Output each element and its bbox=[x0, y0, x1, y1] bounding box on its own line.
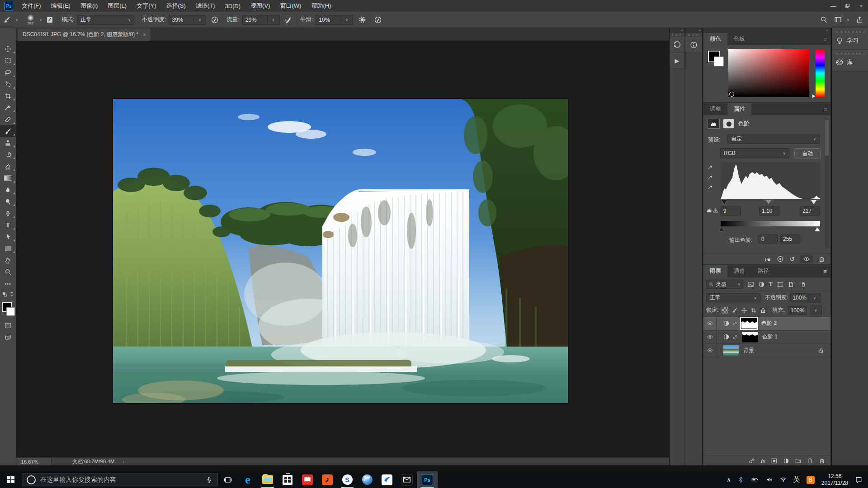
menu-file[interactable]: 文件(F) bbox=[17, 0, 46, 12]
new-adjustment-layer-icon[interactable] bbox=[783, 458, 789, 464]
flow-dropdown[interactable]: ∨ bbox=[268, 15, 280, 25]
fill-field[interactable]: 100% bbox=[788, 306, 807, 315]
tool-history-brush[interactable] bbox=[0, 149, 16, 160]
delete-layer-icon[interactable] bbox=[819, 458, 825, 464]
white-point-eyedropper-icon[interactable] bbox=[707, 184, 714, 191]
background-color-swatch[interactable] bbox=[714, 56, 724, 66]
layer-blend-mode-select[interactable]: 正常 ∨ bbox=[706, 293, 760, 302]
properties-scrollbar[interactable] bbox=[825, 118, 829, 248]
menu-window[interactable]: 窗口(W) bbox=[275, 0, 306, 12]
learn-panel-button[interactable]: 学习 bbox=[832, 28, 868, 50]
search-icon[interactable] bbox=[820, 16, 828, 23]
layer-style-fx-icon[interactable]: fx bbox=[761, 458, 765, 465]
tray-volume[interactable] bbox=[762, 476, 776, 483]
taskbar-file-explorer[interactable] bbox=[258, 471, 278, 488]
output-black-field[interactable]: 0 bbox=[759, 235, 778, 244]
previous-state-eye-icon[interactable] bbox=[777, 255, 784, 263]
tool-blur[interactable] bbox=[0, 184, 16, 196]
layer-name[interactable]: 背景 bbox=[743, 347, 754, 354]
delete-adjustment-icon[interactable] bbox=[818, 256, 825, 263]
tool-hand[interactable] bbox=[0, 254, 16, 266]
new-layer-icon[interactable] bbox=[807, 458, 813, 464]
layer-opacity-dropdown[interactable]: ∨ bbox=[809, 293, 821, 303]
microphone-icon[interactable] bbox=[206, 476, 213, 483]
menu-3d[interactable]: 3D(D) bbox=[220, 0, 245, 12]
layer-opacity-field[interactable]: 100% bbox=[790, 293, 809, 302]
opacity-input[interactable]: 39% bbox=[169, 15, 194, 25]
taskbar-store[interactable] bbox=[278, 471, 297, 488]
lock-transparency-icon[interactable] bbox=[722, 307, 728, 314]
tray-network[interactable] bbox=[776, 476, 790, 483]
action-center-button[interactable] bbox=[852, 476, 868, 483]
tool-preset-picker[interactable]: ∨ bbox=[3, 16, 19, 24]
input-gamma-field[interactable]: 1.10 bbox=[759, 206, 779, 216]
taskbar-edge[interactable]: e bbox=[238, 471, 258, 488]
hue-slider[interactable] bbox=[816, 49, 825, 97]
input-black-slider[interactable] bbox=[722, 200, 727, 204]
collapse-to-icons[interactable]: » bbox=[826, 28, 828, 33]
smoothing-options-gear-icon[interactable] bbox=[359, 16, 366, 23]
lock-artboard-icon[interactable] bbox=[750, 307, 757, 314]
canvas-surround[interactable] bbox=[16, 41, 669, 458]
opacity-dropdown[interactable]: ∨ bbox=[194, 15, 206, 25]
hue-slider-marker[interactable] bbox=[812, 94, 815, 98]
lock-all-icon[interactable] bbox=[760, 307, 766, 314]
layers-empty-space[interactable] bbox=[703, 357, 830, 455]
menu-select[interactable]: 选择(S) bbox=[161, 0, 190, 12]
black-point-eyedropper-icon[interactable] bbox=[707, 164, 714, 171]
tray-battery[interactable] bbox=[747, 476, 762, 483]
tab-channels[interactable]: 通道 bbox=[727, 265, 751, 277]
collapse-icon[interactable]: « bbox=[681, 28, 683, 33]
layer-visibility-toggle[interactable] bbox=[703, 344, 717, 357]
tool-marquee[interactable] bbox=[0, 55, 16, 66]
tool-move[interactable] bbox=[0, 43, 16, 55]
screen-mode-toggle[interactable] bbox=[0, 331, 16, 343]
tab-layers[interactable]: 图层 bbox=[703, 265, 727, 277]
blend-mode-select[interactable]: 正常 ∨ bbox=[77, 15, 134, 25]
tool-clone-stamp[interactable] bbox=[0, 137, 16, 149]
output-white-slider[interactable] bbox=[815, 227, 820, 231]
lock-position-icon[interactable] bbox=[741, 307, 747, 314]
brush-pressure-size-icon[interactable] bbox=[374, 16, 382, 24]
smoothing-input[interactable]: 10% bbox=[316, 15, 341, 25]
input-gamma-slider[interactable] bbox=[766, 200, 771, 204]
restore-button[interactable] bbox=[840, 0, 854, 12]
visibility-toggle[interactable] bbox=[800, 255, 813, 263]
panel-menu-icon[interactable]: ≡ bbox=[823, 36, 827, 42]
layer-thumbnail[interactable] bbox=[723, 345, 739, 356]
task-view-button[interactable] bbox=[218, 471, 238, 488]
start-button[interactable] bbox=[0, 471, 22, 488]
input-white-slider[interactable] bbox=[811, 200, 816, 204]
filter-shape-layers-icon[interactable] bbox=[777, 281, 783, 288]
tool-healing-brush[interactable] bbox=[0, 113, 16, 125]
tool-type[interactable]: T bbox=[0, 219, 16, 231]
layer-visibility-toggle[interactable] bbox=[703, 330, 717, 343]
quick-mask-toggle[interactable] bbox=[0, 319, 16, 331]
auto-button[interactable]: 自动 bbox=[794, 148, 821, 159]
status-chevron-icon[interactable]: › bbox=[123, 459, 124, 465]
taskbar-photoshop-active[interactable]: Ps bbox=[417, 471, 438, 488]
tool-gradient[interactable] bbox=[0, 172, 16, 184]
background-color-swatch[interactable] bbox=[6, 307, 15, 316]
layer-filter-select[interactable]: 类型 ∨ bbox=[706, 280, 743, 289]
histogram-refresh-icon[interactable] bbox=[706, 207, 712, 213]
scrollbar-thumb[interactable] bbox=[825, 120, 829, 156]
layer-visibility-toggle[interactable] bbox=[703, 317, 717, 330]
workspace-switcher[interactable]: ∨ bbox=[834, 16, 849, 23]
tool-crop[interactable] bbox=[0, 90, 16, 102]
menu-type[interactable]: 文字(Y) bbox=[132, 0, 161, 12]
filter-pixel-layers-icon[interactable] bbox=[747, 281, 754, 288]
input-white-field[interactable]: 217 bbox=[800, 206, 820, 216]
tool-pen[interactable] bbox=[0, 207, 16, 219]
menu-layer[interactable]: 图层(L) bbox=[103, 0, 132, 12]
tray-overflow-chevron[interactable]: ∧ bbox=[723, 476, 734, 483]
taskbar-foxit[interactable] bbox=[317, 471, 337, 488]
add-mask-icon[interactable] bbox=[771, 458, 778, 464]
tool-quick-select[interactable] bbox=[0, 78, 16, 90]
lock-pixels-icon[interactable] bbox=[731, 307, 738, 314]
mask-badge-icon[interactable] bbox=[723, 119, 734, 128]
warning-icon[interactable] bbox=[712, 207, 718, 213]
layer-name[interactable]: 色阶 2 bbox=[761, 319, 777, 327]
layer-row-levels2[interactable]: 色阶 2 bbox=[703, 317, 830, 330]
color-field-marker[interactable] bbox=[729, 92, 734, 97]
